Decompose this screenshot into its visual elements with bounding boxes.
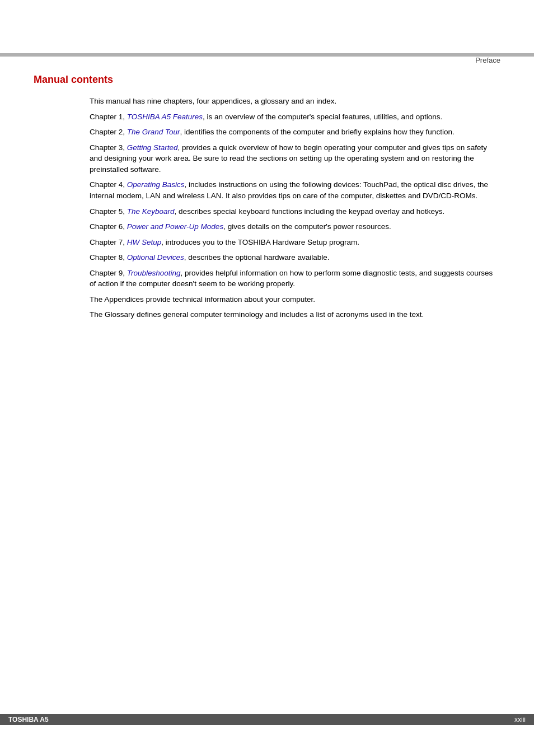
- chapter-9-link[interactable]: Troubleshooting: [127, 269, 181, 277]
- chapter-2-paragraph: Chapter 2, The Grand Tour, identifies th…: [90, 127, 495, 138]
- chapter-2-link[interactable]: The Grand Tour: [127, 128, 180, 136]
- chapter-9-paragraph: Chapter 9, Troubleshooting, provides hel…: [90, 268, 495, 290]
- header-label: Preface: [475, 56, 500, 64]
- chapter-5-link[interactable]: The Keyboard: [127, 207, 175, 216]
- indented-content: This manual has nine chapters, four appe…: [90, 96, 495, 320]
- chapter-6-link[interactable]: Power and Power-Up Modes: [127, 222, 223, 231]
- chapters-container: Chapter 1, TOSHIBA A5 Features, is an ov…: [90, 111, 495, 290]
- appendices-note: The Appendices provide technical informa…: [90, 294, 495, 305]
- section-title: Manual contents: [34, 74, 500, 86]
- glossary-note: The Glossary defines general computer te…: [90, 309, 495, 320]
- top-bar: [0, 53, 534, 57]
- chapter-6-paragraph: Chapter 6, Power and Power-Up Modes, giv…: [90, 221, 495, 232]
- bottom-bar: TOSHIBA A5 xxiii: [0, 714, 534, 725]
- chapter-8-paragraph: Chapter 8, Optional Devices, describes t…: [90, 252, 495, 263]
- chapter-3-paragraph: Chapter 3, Getting Started, provides a q…: [90, 142, 495, 175]
- bottom-bar-page: xxiii: [514, 716, 526, 724]
- bottom-bar-product: TOSHIBA A5: [8, 716, 49, 724]
- chapter-3-link[interactable]: Getting Started: [127, 143, 178, 152]
- chapter-7-link[interactable]: HW Setup: [127, 238, 162, 246]
- chapter-1-paragraph: Chapter 1, TOSHIBA A5 Features, is an ov…: [90, 111, 495, 123]
- chapter-8-link[interactable]: Optional Devices: [127, 253, 184, 262]
- chapter-7-paragraph: Chapter 7, HW Setup, introduces you to t…: [90, 237, 495, 248]
- chapter-4-paragraph: Chapter 4, Operating Basics, includes in…: [90, 179, 495, 201]
- page-container: Preface Manual contents This manual has …: [0, 0, 534, 756]
- chapter-1-link[interactable]: TOSHIBA A5 Features: [127, 113, 203, 121]
- content-area: Manual contents This manual has nine cha…: [34, 67, 500, 325]
- chapter-5-paragraph: Chapter 5, The Keyboard, describes speci…: [90, 206, 495, 217]
- intro-paragraph: This manual has nine chapters, four appe…: [90, 96, 495, 107]
- chapter-4-link[interactable]: Operating Basics: [127, 180, 185, 189]
